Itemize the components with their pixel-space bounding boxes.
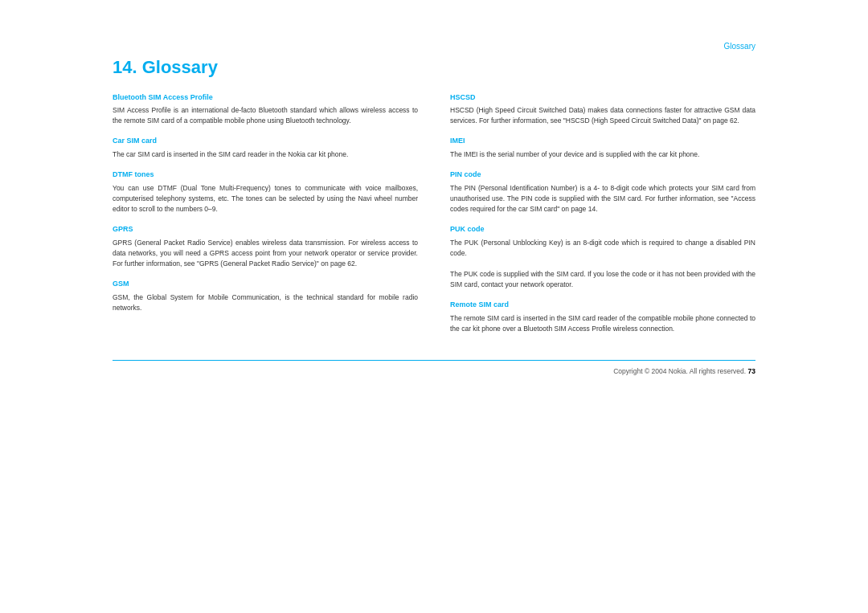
entry-text: GSM, the Global System for Mobile Commun… bbox=[113, 292, 418, 313]
entry-title: Remote SIM card bbox=[450, 300, 755, 311]
left-column: Bluetooth SIM Access ProfileSIM Access P… bbox=[113, 92, 418, 345]
footer: Copyright © 2004 Nokia. All rights reser… bbox=[113, 367, 755, 375]
entry-text: The remote SIM card is inserted in the S… bbox=[450, 313, 755, 334]
right-entry: PUK codeThe PUK (Personal Unblocking Key… bbox=[450, 224, 755, 290]
left-entry: GSMGSM, the Global System for Mobile Com… bbox=[113, 279, 418, 313]
entry-text: The PIN (Personal Identification Number)… bbox=[450, 183, 755, 215]
left-entry: DTMF tonesYou can use DTMF (Dual Tone Mu… bbox=[113, 170, 418, 215]
entry-title: PUK code bbox=[450, 224, 755, 235]
entry-title: GSM bbox=[113, 279, 418, 290]
page-divider bbox=[113, 360, 755, 361]
left-entry: GPRSGPRS (General Packet Radio Service) … bbox=[113, 224, 418, 269]
entry-title: GPRS bbox=[113, 224, 418, 235]
right-entry: PIN codeThe PIN (Personal Identification… bbox=[450, 170, 755, 215]
left-entry: Car SIM cardThe car SIM card is inserted… bbox=[113, 136, 418, 160]
entry-text: HSCSD (High Speed Circuit Switched Data)… bbox=[450, 105, 755, 126]
entry-text: The PUK (Personal Unblocking Key) is an … bbox=[450, 238, 755, 291]
page-title: 14. Glossary bbox=[113, 57, 755, 78]
entry-text: The IMEI is the serial number of your de… bbox=[450, 149, 755, 160]
entry-title: DTMF tones bbox=[113, 170, 418, 181]
right-entry: HSCSDHSCSD (High Speed Circuit Switched … bbox=[450, 92, 755, 127]
entry-title: Bluetooth SIM Access Profile bbox=[113, 92, 418, 104]
header-section-label: Glossary bbox=[113, 42, 755, 51]
left-entry: Bluetooth SIM Access ProfileSIM Access P… bbox=[113, 92, 418, 127]
entry-text: GPRS (General Packet Radio Service) enab… bbox=[113, 238, 418, 270]
entry-text: SIM Access Profile is an international d… bbox=[113, 105, 418, 126]
entry-text: The car SIM card is inserted in the SIM … bbox=[113, 149, 418, 160]
footer-copyright: Copyright © 2004 Nokia. All rights reser… bbox=[613, 367, 746, 375]
entry-text: You can use DTMF (Dual Tone Multi-Freque… bbox=[113, 183, 418, 215]
page: Glossary 14. Glossary Bluetooth SIM Acce… bbox=[72, 18, 796, 596]
entry-title: Car SIM card bbox=[113, 136, 418, 147]
right-entry: Remote SIM cardThe remote SIM card is in… bbox=[450, 300, 755, 334]
entry-title: IMEI bbox=[450, 136, 755, 147]
right-column: HSCSDHSCSD (High Speed Circuit Switched … bbox=[450, 92, 755, 345]
right-entry: IMEIThe IMEI is the serial number of you… bbox=[450, 136, 755, 160]
entry-title: PIN code bbox=[450, 170, 755, 181]
entry-title: HSCSD bbox=[450, 92, 755, 104]
content-columns: Bluetooth SIM Access ProfileSIM Access P… bbox=[113, 92, 755, 345]
footer-page-number: 73 bbox=[748, 367, 755, 375]
